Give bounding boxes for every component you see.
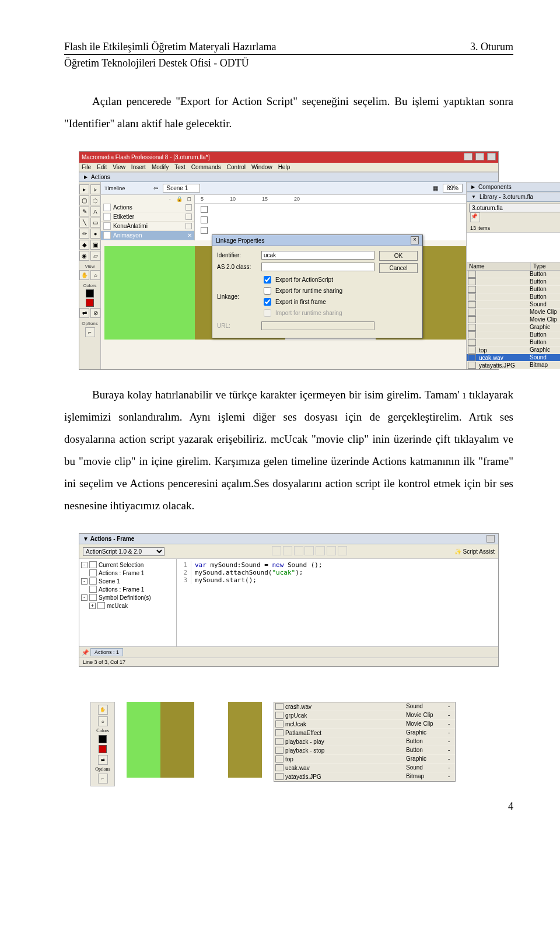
- library-row[interactable]: Button-: [467, 271, 560, 278]
- swap-colors-icon[interactable]: ⇄: [79, 308, 89, 318]
- library-panel-title[interactable]: Library - 3.oturum.fla: [480, 194, 533, 200]
- library-row[interactable]: Button-: [467, 278, 560, 286]
- library-row[interactable]: Graphic-: [467, 324, 560, 331]
- menu-edit[interactable]: Edit: [97, 164, 107, 170]
- col-name[interactable]: Name: [467, 263, 530, 270]
- edit-scene-icon[interactable]: ▦: [433, 185, 438, 191]
- rectangle-tool-icon[interactable]: ▭: [90, 218, 100, 228]
- library-row[interactable]: Button-: [467, 339, 560, 347]
- cancel-button[interactable]: Cancel: [379, 263, 418, 273]
- identifier-input[interactable]: [261, 251, 374, 260]
- layer-etiketler[interactable]: Etiketler: [113, 214, 134, 220]
- scene-back-icon[interactable]: ⇦: [153, 185, 158, 191]
- option-snap-icon[interactable]: ⌐: [85, 327, 95, 337]
- find-icon[interactable]: [283, 546, 292, 555]
- paint-bucket-icon[interactable]: ▣: [90, 240, 100, 250]
- tree-mcucak[interactable]: mcUcak: [107, 603, 128, 609]
- scene-label[interactable]: Scene 1: [163, 184, 201, 193]
- lock-column-icon[interactable]: 🔒: [176, 196, 183, 202]
- library-row[interactable]: topGraphic-: [274, 755, 455, 764]
- tree-scene1[interactable]: Scene 1: [99, 578, 120, 585]
- auto-format-icon[interactable]: [316, 546, 325, 555]
- layer-icon[interactable]: [103, 222, 111, 230]
- tree-current-selection[interactable]: Current Selection: [99, 562, 144, 568]
- library-row[interactable]: Button-: [467, 286, 560, 293]
- fill-color-swatch[interactable]: [86, 299, 94, 307]
- menu-insert[interactable]: Insert: [131, 164, 146, 170]
- debug-icon[interactable]: [338, 546, 347, 555]
- components-panel-title[interactable]: Components: [478, 184, 512, 190]
- hand-tool-icon[interactable]: ✋: [79, 270, 89, 280]
- check-syntax-icon[interactable]: [304, 546, 314, 555]
- outline-icon[interactable]: □: [188, 196, 191, 202]
- library-row[interactable]: topGraphic-: [467, 347, 560, 354]
- layer-konu[interactable]: KonuAnlatimi: [113, 223, 148, 229]
- zoom-tool-icon[interactable]: ⌕: [90, 270, 100, 280]
- add-script-icon[interactable]: [272, 546, 281, 555]
- library-row[interactable]: Sound-: [467, 301, 560, 309]
- library-row[interactable]: Movie Clip-: [467, 316, 560, 324]
- pin-script-icon[interactable]: 📌: [82, 649, 89, 656]
- library-file-select[interactable]: 3.oturum.fla: [469, 204, 560, 212]
- layer-icon[interactable]: [103, 213, 111, 221]
- collapse-icon[interactable]: ▼: [471, 194, 476, 200]
- selection-tool-icon[interactable]: ▸: [79, 184, 89, 194]
- library-row[interactable]: crash.wavSound-: [274, 702, 455, 711]
- collapse-icon[interactable]: ▼: [83, 536, 89, 542]
- as2-input[interactable]: [261, 263, 374, 271]
- library-row[interactable]: yatayatis.JPGBitmap-: [274, 772, 455, 781]
- stroke-swatch[interactable]: [99, 735, 107, 743]
- library-row[interactable]: grpUcakMovie Clip-: [274, 711, 455, 720]
- lasso-tool-icon[interactable]: ◌: [90, 195, 100, 205]
- expand-icon[interactable]: ▶: [84, 174, 88, 180]
- actions-panel-title[interactable]: Actions: [91, 174, 110, 180]
- layer-icon[interactable]: [103, 204, 111, 211]
- frames-area[interactable]: 5 10 15 20: [195, 195, 466, 240]
- tree-frame1a[interactable]: Actions : Frame 1: [99, 570, 144, 576]
- window-controls[interactable]: [463, 153, 496, 162]
- panel-close-icon[interactable]: [487, 535, 495, 543]
- menu-control[interactable]: Control: [227, 164, 246, 170]
- target-path-icon[interactable]: [294, 546, 303, 555]
- zoom-tool-icon[interactable]: ⌕: [98, 716, 108, 726]
- option-icon[interactable]: ⌐: [98, 774, 108, 783]
- menu-bar[interactable]: File Edit View Insert Modify Text Comman…: [79, 163, 498, 172]
- library-row[interactable]: Button-: [467, 331, 560, 339]
- fill-swatch[interactable]: [99, 745, 107, 753]
- brush-tool-icon[interactable]: ●: [90, 229, 100, 239]
- menu-commands[interactable]: Commands: [191, 164, 221, 170]
- script-assist-button[interactable]: Script Assist: [463, 548, 495, 555]
- library-row[interactable]: playback - playButton-: [274, 737, 455, 746]
- zoom-select[interactable]: 89%: [443, 184, 463, 193]
- free-transform-icon[interactable]: ▢: [79, 195, 89, 205]
- menu-modify[interactable]: Modify: [152, 164, 169, 170]
- hand-tool-icon[interactable]: ✋: [98, 705, 108, 715]
- menu-help[interactable]: Help: [278, 164, 290, 170]
- ok-button[interactable]: OK: [379, 251, 418, 261]
- library-row[interactable]: PatlamaEffectGraphic-: [274, 729, 455, 737]
- library-row[interactable]: yatayatis.JPGBitmap-: [467, 362, 560, 369]
- pen-tool-icon[interactable]: ✎: [79, 207, 89, 216]
- expand-icon[interactable]: ▶: [471, 184, 475, 190]
- script-version-select[interactable]: ActionScript 1.0 & 2.0: [83, 547, 164, 556]
- menu-text[interactable]: Text: [174, 164, 185, 170]
- stroke-color-swatch[interactable]: [86, 289, 94, 298]
- no-color-icon[interactable]: ⊘: [90, 308, 100, 318]
- library-row[interactable]: Movie Clip-: [467, 309, 560, 316]
- minimize-icon[interactable]: [464, 153, 473, 160]
- pin-icon[interactable]: 📌: [470, 212, 480, 222]
- actions-tab[interactable]: Actions : 1: [90, 648, 123, 656]
- library-row[interactable]: ucak.wavSound-: [274, 764, 455, 772]
- close-icon[interactable]: [487, 153, 496, 160]
- library-row[interactable]: Button-: [467, 293, 560, 301]
- ink-bottle-icon[interactable]: ◆: [79, 240, 89, 250]
- dialog-close-icon[interactable]: ×: [411, 236, 419, 244]
- menu-window[interactable]: Window: [251, 164, 272, 170]
- layer-animasyon[interactable]: Animasyon: [113, 232, 142, 239]
- code-editor[interactable]: 1var mySound:Sound = new Sound (); 2mySo…: [177, 559, 498, 646]
- script-tree[interactable]: -Current Selection Actions : Frame 1 -Sc…: [79, 559, 177, 646]
- eraser-icon[interactable]: ▱: [90, 251, 100, 261]
- menu-file[interactable]: File: [82, 164, 91, 170]
- visibility-icon[interactable]: ·: [169, 196, 171, 202]
- pencil-tool-icon[interactable]: ✏: [79, 229, 89, 239]
